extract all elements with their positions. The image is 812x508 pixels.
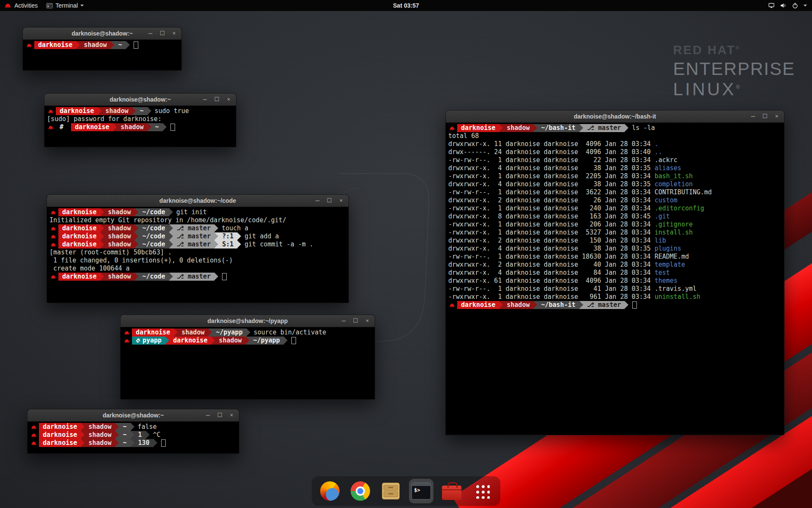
terminal-content[interactable]: darknoiseshadow~/bash-it⎇ masterls -lato… — [446, 123, 784, 435]
terminal-line: -rwxrwxr-x. 1 darknoise darknoise 5327 J… — [448, 229, 782, 237]
powerline-separator-icon — [110, 41, 114, 49]
dock-item-app-grid[interactable] — [470, 479, 494, 503]
prompt-segment-path: ~ — [119, 423, 130, 431]
prompt-segment-user: darknoise — [132, 329, 174, 337]
dock-item-toolbox[interactable] — [439, 479, 464, 503]
output-text: -rw-rw-r--. 1 darknoise darknoise 18630 … — [448, 253, 655, 261]
prompt-segment-user: darknoise — [39, 439, 81, 447]
minimize-button[interactable]: ─ — [202, 94, 208, 105]
minimize-button[interactable]: ─ — [341, 315, 346, 327]
output-text: 1 file changed, 0 insertions(+), 0 delet… — [49, 257, 233, 265]
terminal-content[interactable]: darknoiseshadow~ — [23, 40, 181, 70]
maximize-button[interactable]: ☐ — [159, 28, 165, 39]
output-text: drwxrwxr-x. 4 darknoise darknoise 38 Jan… — [448, 164, 655, 172]
titlebar[interactable]: darknoise@shadow:~/code ─ ☐ × — [47, 195, 348, 207]
titlebar[interactable]: darknoise@shadow:~ ─ ☐ × — [27, 409, 239, 422]
close-button[interactable]: × — [338, 195, 344, 207]
prompt-segment-gitstat: S:1 — [218, 240, 237, 248]
terminal-cursor — [161, 439, 166, 447]
terminal-icon: $> — [411, 483, 431, 500]
terminal-line: darknoiseshadow~/bash-it⎇ master — [448, 301, 782, 309]
maximize-button[interactable]: ☐ — [326, 195, 332, 207]
prompt-segment-plain: # — [56, 123, 71, 131]
prompt-segment-host: shadow — [178, 329, 208, 337]
command-text: git add a — [241, 232, 279, 240]
terminal-line: drwxrwxr-x. 2 darknoise darknoise 40 Jan… — [448, 261, 782, 269]
output-text: drwxrwxr-x. 2 darknoise darknoise 150 Ja… — [448, 237, 655, 245]
powerline-separator-icon — [169, 208, 173, 216]
powerline-separator-icon — [131, 439, 134, 447]
system-status-area[interactable] — [768, 2, 812, 9]
terminal-content[interactable]: darknoiseshadow~falsedarknoiseshadow~1^C… — [27, 422, 239, 453]
output-text: [master (root-commit) 50bcb63] . — [49, 248, 172, 257]
dock-item-firefox[interactable] — [318, 479, 342, 503]
terminal-line: [master (root-commit) 50bcb63] . — [49, 248, 346, 257]
dock-item-terminal[interactable]: $> — [409, 479, 433, 503]
maximize-button[interactable]: ☐ — [353, 315, 358, 327]
powerline-separator-icon — [98, 107, 102, 115]
prompt-segment-gitstat: ?:1 — [218, 232, 237, 240]
minimize-button[interactable]: ─ — [315, 195, 320, 207]
prompt-segment-path: ~/code — [138, 240, 169, 248]
close-button[interactable]: × — [226, 94, 231, 105]
prompt-segment-path: ~/bash-it — [537, 124, 579, 132]
terminal-line: drwxrwxr-x. 2 darknoise darknoise 26 Jan… — [448, 196, 782, 204]
powerline-separator-icon — [247, 329, 250, 337]
terminal-window-home-1: darknoise@shadow:~ ─ ☐ × darknoiseshadow… — [22, 27, 182, 71]
powerline-separator-icon — [246, 337, 250, 345]
output-text: -rw-rw-r--. 1 darknoise darknoise 41 Jan… — [448, 285, 655, 293]
output-text: -rwxrwxr-x. 1 darknoise darknoise 2205 J… — [448, 172, 655, 180]
minimize-button[interactable]: ─ — [205, 409, 211, 421]
dock-item-chrome[interactable] — [348, 479, 373, 503]
prompt-segment-user: darknoise — [58, 208, 100, 216]
titlebar[interactable]: darknoise@shadow:~/pyapp ─ ☐ × — [121, 315, 375, 327]
app-menu-terminal[interactable]: Terminal — [46, 2, 84, 9]
titlebar[interactable]: darknoise@shadow:~ ─ ☐ × — [23, 28, 181, 40]
prompt-segment-host: shadow — [104, 208, 134, 216]
python-icon — [136, 338, 140, 343]
titlebar[interactable]: darknoise@shadow:~ ─ ☐ × — [44, 94, 236, 106]
output-text: drwxrwxr-x. 2 darknoise darknoise 26 Jan… — [448, 196, 655, 204]
output-text: drwx------. 24 darknoise darknoise 4096 … — [448, 148, 655, 156]
close-button[interactable]: × — [365, 315, 370, 327]
prompt-segment-path: ~/code — [138, 273, 169, 281]
close-button[interactable]: × — [229, 409, 234, 421]
output-text: drwxrwxr-x. 4 darknoise darknoise 38 Jan… — [448, 245, 655, 253]
dock-item-files[interactable] — [379, 479, 403, 503]
prompt-segment-host: shadow — [104, 240, 134, 248]
prompt-segment-host: shadow — [503, 124, 533, 132]
powerline-separator-icon — [214, 273, 218, 281]
rhel-wordmark-redhat: RED HAT® — [673, 43, 795, 57]
prompt-segment-path: ~/pyapp — [250, 337, 284, 345]
terminal-content[interactable]: darknoiseshadow~sudo true[sudo] password… — [44, 106, 236, 147]
maximize-button[interactable]: ☐ — [214, 94, 219, 105]
close-button[interactable]: × — [774, 110, 779, 122]
maximize-button[interactable]: ☐ — [217, 409, 222, 421]
terminal-content[interactable]: darknoiseshadow~/pyappsource bin/activat… — [121, 327, 375, 399]
maximize-button[interactable]: ☐ — [762, 110, 768, 122]
dash-dock: $> — [312, 476, 500, 506]
output-text: drwxrwxr-x. 2 darknoise darknoise 40 Jan… — [448, 261, 655, 269]
powerline-separator-icon — [100, 232, 104, 240]
terminal-line: drwxrwxr-x. 11 darknoise darknoise 4096 … — [448, 140, 782, 148]
close-button[interactable]: × — [171, 28, 177, 39]
minimize-button[interactable]: ─ — [750, 110, 756, 122]
output-text: -rw-rw-r--. 1 darknoise darknoise 3622 J… — [448, 188, 655, 196]
prompt-segment-host: shadow — [80, 41, 110, 49]
activities-button[interactable]: Activities — [0, 2, 38, 9]
terminal-line: -rwxrwxr-x. 1 darknoise darknoise 206 Ja… — [448, 221, 782, 229]
prompt-segment-user: darknoise — [39, 423, 81, 431]
terminal-content[interactable]: darknoiseshadow~/codegit initInitialized… — [47, 207, 348, 303]
titlebar[interactable]: darknoise@shadow:~/bash-it ─ ☐ × — [446, 110, 784, 123]
minimize-button[interactable]: ─ — [148, 28, 153, 39]
prompt-segment-host: shadow — [503, 301, 533, 309]
powerline-separator-icon — [134, 273, 138, 281]
output-text: CONTRIBUTING.md — [655, 188, 712, 196]
output-text: -rwxrwxr-x. 1 darknoise darknoise 5327 J… — [448, 229, 655, 237]
clock[interactable]: Sat 03:57 — [393, 2, 419, 9]
redhat-prompt-icon — [449, 303, 455, 307]
terminal-cursor — [291, 337, 296, 344]
prompt-segment-user: darknoise — [58, 273, 100, 281]
prompt-segment-host: shadow — [104, 232, 134, 240]
prompt-segment-git: ⎇ master — [173, 273, 215, 281]
